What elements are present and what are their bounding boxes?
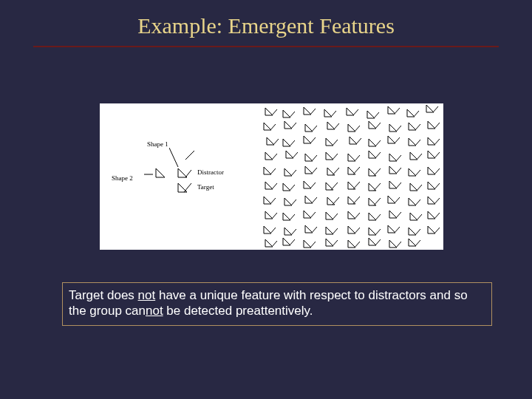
caption-box: Target does not have a unique feature wi… <box>62 282 492 326</box>
caption-not-1: not <box>138 288 156 302</box>
caption-not-2: not <box>146 304 163 318</box>
svg-line-3 <box>169 148 178 167</box>
figure-legend: Shape 1 Shape 2 Distractor <box>103 103 258 250</box>
target-glyph-icon <box>177 182 193 194</box>
connector-line2-icon <box>144 171 157 177</box>
title-divider <box>33 46 499 47</box>
label-shape1: Shape 1 <box>147 140 168 148</box>
caption-text-1: Target does <box>69 288 138 302</box>
svg-line-2 <box>184 183 191 192</box>
connector-lines-icon <box>169 145 187 174</box>
slide-title: Example: Emergent Features <box>0 0 532 38</box>
figure: Shape 1 Shape 2 Distractor <box>100 103 443 250</box>
label-shape2: Shape 2 <box>112 174 133 182</box>
label-target: Target <box>197 183 214 191</box>
search-array <box>261 105 441 248</box>
label-distractor: Distractor <box>197 168 224 176</box>
caption-text-3: be detected preattentively. <box>163 304 313 318</box>
slide: Example: Emergent Features Shape 1 Shape… <box>0 0 532 399</box>
